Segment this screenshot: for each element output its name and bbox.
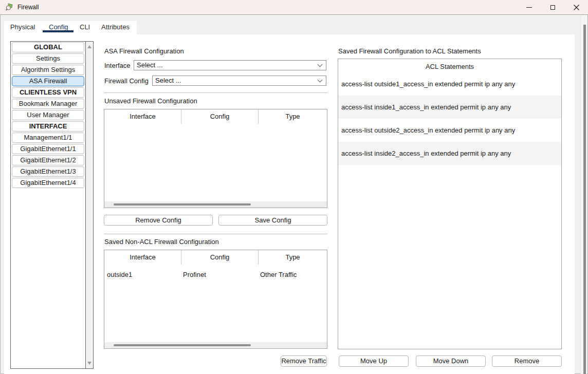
scrollbar-thumb[interactable] (114, 344, 251, 346)
scrollbar-thumb[interactable] (583, 25, 586, 374)
scrollbar-thumb[interactable] (114, 203, 251, 205)
sidebar-scrollbar[interactable] (85, 42, 93, 368)
table-row[interactable]: outside1 Profinet Other Traffic (104, 268, 327, 282)
remove-button[interactable]: Remove (492, 356, 562, 367)
interface-select[interactable]: Select ... (134, 60, 326, 70)
sidebar-item-gigabitethernet1-2[interactable]: GigabitEthernet1/2 (12, 155, 84, 165)
scroll-down-icon[interactable] (87, 362, 91, 365)
acl-statement-row[interactable]: access-list outside1_access_in extended … (338, 72, 561, 96)
table-header: Interface Config Type (104, 250, 327, 265)
remove-traffic-button[interactable]: Remove Traffic (281, 356, 327, 367)
cell-type: Other Traffic (259, 268, 327, 282)
firewall-config-select[interactable]: Select ... (152, 76, 326, 86)
sidebar: GLOBAL Settings Algorithm Settings ASA F… (10, 41, 94, 369)
sidebar-item-settings[interactable]: Settings (12, 53, 84, 64)
titlebar: Firewall (0, 0, 588, 15)
config-tab-content: GLOBAL Settings Algorithm Settings ASA F… (4, 34, 575, 374)
sidebar-item-asa-firewall[interactable]: ASA Firewall (12, 76, 84, 86)
sidebar-item-bookmark-manager[interactable]: Bookmark Manager (12, 99, 84, 109)
sidebar-item-gigabitethernet1-3[interactable]: GigabitEthernet1/3 (12, 166, 84, 177)
maximize-button[interactable] (541, 0, 564, 14)
firewall-window: Firewall Physical Config CLI Attributes … (0, 0, 588, 374)
sidebar-item-clientless-vpn[interactable]: CLIENTLESS VPN (12, 87, 84, 98)
col-type: Type (259, 109, 327, 124)
minimize-icon (526, 7, 532, 8)
tab-attributes[interactable]: Attributes (101, 23, 130, 31)
acl-statement-row[interactable]: access-list inside1_access_in extended p… (338, 96, 561, 119)
cell-config: Profinet (181, 268, 259, 282)
sidebar-item-management1-1[interactable]: Management1/1 (12, 133, 84, 143)
sidebar-item-global[interactable]: GLOBAL (12, 42, 84, 52)
acl-statements-box[interactable]: ACL Statements access-list outside1_acce… (338, 59, 562, 349)
col-interface: Interface (104, 109, 181, 124)
unsaved-config-title: Unsaved Firewall Configuration (104, 97, 197, 105)
remove-config-button[interactable]: Remove Config (104, 215, 213, 226)
col-config: Config (181, 250, 259, 265)
chevron-down-icon (318, 62, 323, 67)
tab-bar: Physical Config CLI Attributes (4, 21, 137, 34)
save-config-button[interactable]: Save Config (218, 215, 327, 226)
horizontal-scrollbar[interactable] (104, 342, 327, 348)
unsaved-config-table[interactable]: Interface Config Type (104, 109, 327, 208)
close-button[interactable] (564, 0, 588, 14)
move-down-button[interactable]: Move Down (416, 356, 486, 367)
saved-nonacl-table[interactable]: Interface Config Type outside1 Profinet … (104, 250, 327, 349)
cell-interface: outside1 (104, 268, 181, 282)
tab-physical[interactable]: Physical (10, 23, 35, 31)
minimize-button[interactable] (517, 0, 541, 14)
active-tab-underline (43, 30, 74, 32)
move-up-button[interactable]: Move Up (339, 356, 409, 367)
acl-statement-row[interactable]: access-list inside2_access_in extended p… (338, 142, 561, 165)
saved-nonacl-title: Saved Non-ACL Firewall Configuration (104, 238, 219, 246)
maximize-icon (550, 5, 555, 10)
interface-label: Interface (104, 62, 131, 69)
app-icon (5, 3, 13, 11)
scroll-up-icon[interactable] (87, 45, 91, 48)
sidebar-items: GLOBAL Settings Algorithm Settings ASA F… (12, 42, 84, 189)
acl-statements-header: ACL Statements (338, 59, 561, 72)
sidebar-item-algorithm-settings[interactable]: Algorithm Settings (12, 65, 84, 75)
sidebar-item-interface[interactable]: INTERFACE (12, 121, 84, 132)
sidebar-item-user-manager[interactable]: User Manager (12, 110, 84, 120)
col-interface: Interface (104, 250, 181, 265)
divider (104, 92, 327, 93)
acl-panel-title: Saved Firewall Configuration to ACL Stat… (338, 47, 481, 55)
tab-config[interactable]: Config (49, 23, 68, 31)
interface-select-value: Select ... (137, 61, 163, 69)
col-type: Type (259, 250, 327, 265)
horizontal-scrollbar[interactable] (104, 201, 327, 208)
vertical-scrollbar[interactable] (580, 15, 587, 374)
asa-config-title: ASA Firewall Configuration (104, 47, 184, 55)
firewall-config-select-value: Select ... (155, 77, 181, 84)
acl-statement-row[interactable]: access-list outside2_access_in extended … (338, 119, 561, 142)
sidebar-item-gigabitethernet1-4[interactable]: GigabitEthernet1/4 (12, 178, 84, 188)
tab-cli[interactable]: CLI (80, 23, 90, 31)
chevron-down-icon (318, 78, 323, 83)
table-header: Interface Config Type (104, 109, 327, 124)
close-icon (574, 5, 579, 10)
firewall-config-label: Firewall Config (104, 77, 149, 85)
col-config: Config (181, 109, 259, 124)
divider (104, 234, 327, 234)
sidebar-item-gigabitethernet1-1[interactable]: GigabitEthernet1/1 (12, 144, 84, 154)
window-title: Firewall (17, 4, 39, 11)
